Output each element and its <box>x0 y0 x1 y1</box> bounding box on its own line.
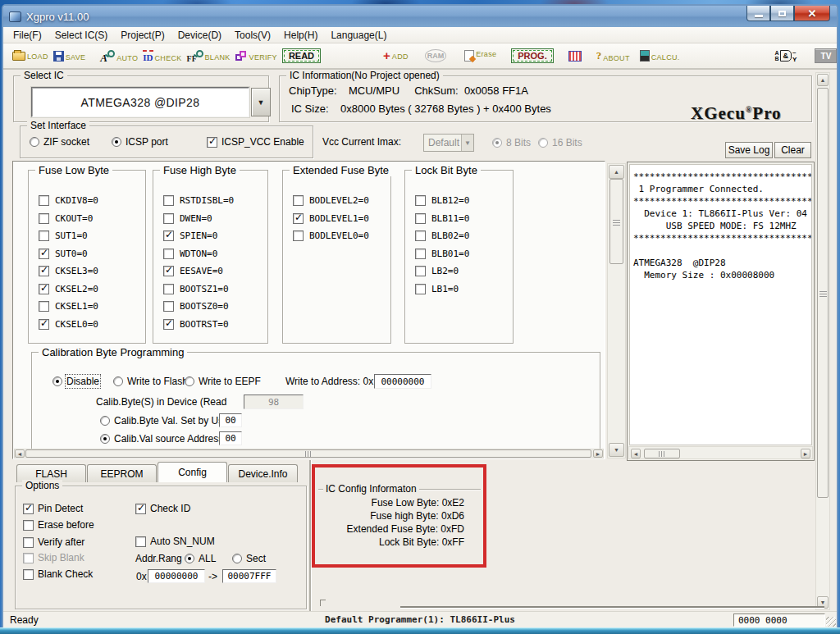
scroll-left-icon[interactable]: ◄ <box>631 449 641 458</box>
scroll-right-icon[interactable]: ► <box>801 449 810 458</box>
calculator-button[interactable]: CALCU. <box>637 48 682 63</box>
minimize-button[interactable] <box>746 6 770 21</box>
scrollbar-thumb[interactable] <box>609 179 623 264</box>
radio-icon <box>185 376 194 386</box>
close-button[interactable]: ✕ <box>794 6 830 21</box>
scroll-down-icon[interactable]: ▼ <box>609 443 624 457</box>
title-bar[interactable]: Xgpro v11.00 <box>3 6 837 27</box>
addr-range-sect-radio[interactable]: Sect <box>232 553 266 564</box>
load-button[interactable]: LOAD <box>10 50 51 62</box>
fuse-bit-checkbox[interactable]: SUT0=0 <box>39 249 98 259</box>
read-button[interactable]: READ <box>280 47 323 65</box>
fuse-bit-checkbox[interactable]: CKOUT=0 <box>39 213 98 224</box>
menu-item[interactable]: Help(H) <box>277 28 324 43</box>
auto-button[interactable]: AAUTO <box>98 48 140 64</box>
fuse-bit-checkbox[interactable]: SPIEN=0 <box>163 230 234 241</box>
calib-source-address-input[interactable]: 00 <box>219 431 242 445</box>
tab[interactable]: Config <box>158 462 227 482</box>
check-id-button[interactable]: IDCHECK <box>140 48 184 64</box>
about-button[interactable]: ?ABOUT <box>594 48 632 64</box>
lock-bit-checkbox[interactable]: LB2=0 <box>415 266 469 276</box>
lock-bit-checkbox[interactable]: BLB12=0 <box>415 195 469 206</box>
option-checkbox[interactable]: Erase before <box>23 519 94 531</box>
lock-bit-checkbox[interactable]: LB1=0 <box>415 284 469 294</box>
window-controls: ✕ <box>746 6 830 21</box>
scrollbar-thumb[interactable] <box>817 88 829 498</box>
ic-selector-combobox[interactable]: ATMEGA328 @DIP28 <box>31 87 249 117</box>
lock-bit-byte-group: Lock Bit Byte BLB12=0BLB11=0BLB02=0BLB01… <box>404 170 514 344</box>
menu-item[interactable]: Project(P) <box>114 28 171 43</box>
addr-range-all-radio[interactable]: ALL <box>185 553 216 564</box>
blank-check-button[interactable]: FFBLANK <box>185 48 233 63</box>
id-icon: ID <box>143 50 153 62</box>
write-to-flash-radio[interactable]: Write to Flash <box>113 376 188 387</box>
icsp-vcc-enable-checkbox[interactable]: ICSP_VCC Enable <box>207 136 304 148</box>
ic-selector-dropdown-button[interactable]: ▼ <box>251 88 271 116</box>
config-vertical-scrollbar[interactable]: ▲ ▼ <box>607 163 626 458</box>
option-checkbox[interactable]: Pin Detect <box>23 503 83 514</box>
erase-button[interactable]: Erase <box>462 48 499 63</box>
resize-grip[interactable] <box>826 617 836 627</box>
menu-item[interactable]: File(F) <box>7 28 48 43</box>
log-horizontal-scrollbar[interactable]: ◄ ► <box>628 446 813 459</box>
lock-bit-checkbox[interactable]: BLB11=0 <box>415 213 469 224</box>
fuse-bit-checkbox[interactable]: SUT1=0 <box>39 230 98 241</box>
write-address-input[interactable]: 00000000 <box>374 374 431 389</box>
calibration-disable-radio[interactable]: Disable <box>52 376 99 387</box>
fuse-bit-checkbox[interactable]: RSTDISBL=0 <box>163 195 234 206</box>
tab[interactable]: Device.Info <box>228 464 298 482</box>
check-id-checkbox[interactable]: Check ID <box>135 503 190 514</box>
fuse-bit-checkbox[interactable]: EESAVE=0 <box>163 266 234 276</box>
option-checkbox[interactable]: Blank Check <box>23 568 93 580</box>
menu-item[interactable]: Select IC(S) <box>48 28 115 43</box>
save-log-button[interactable]: Save Log <box>725 142 773 158</box>
tab[interactable]: EEPROM <box>87 464 157 482</box>
clear-log-button[interactable]: Clear <box>774 142 811 158</box>
calib-set-by-user-input[interactable]: 00 <box>219 413 242 427</box>
menu-item[interactable]: Device(D) <box>171 28 228 43</box>
scrollbar-thumb[interactable] <box>644 449 680 458</box>
chip-test-button[interactable] <box>566 49 584 63</box>
maximize-button[interactable] <box>770 6 794 21</box>
fuse-bit-checkbox[interactable]: BODLEVEL1=0 <box>293 213 369 224</box>
window-vertical-scrollbar[interactable]: ▲ ▼ <box>815 72 830 610</box>
option-checkbox[interactable]: Skip Blank <box>23 552 84 563</box>
addr-to-input[interactable]: 00007FFF <box>222 569 276 583</box>
prog-button[interactable]: PROG. <box>509 47 555 65</box>
fuse-bit-checkbox[interactable]: CKSEL2=0 <box>39 284 98 294</box>
scroll-right-icon[interactable]: ► <box>593 449 603 458</box>
fuse-bit-checkbox[interactable]: CKSEL3=0 <box>39 266 98 276</box>
menu-item[interactable]: Tools(V) <box>228 28 277 43</box>
add-button[interactable]: +ADD <box>381 49 411 62</box>
fuse-bit-checkbox[interactable]: BODLEVEL0=0 <box>293 230 369 241</box>
zif-socket-radio[interactable]: ZIF socket <box>30 136 89 148</box>
scrollbar-thumb[interactable] <box>25 449 591 458</box>
panel-horizontal-scrollbar[interactable]: ◄ ► <box>14 449 604 458</box>
calib-set-by-user-radio[interactable]: Calib.Byte Val. Set by Us <box>100 415 223 426</box>
calib-source-address-radio[interactable]: Calib.Val source Address <box>100 433 223 445</box>
fuse-bit-checkbox[interactable]: WDTON=0 <box>163 249 234 259</box>
scroll-up-icon[interactable]: ▲ <box>609 165 624 179</box>
fuse-bit-checkbox[interactable]: BOOTRST=0 <box>163 319 234 330</box>
menu-item[interactable]: Language(L) <box>324 28 393 43</box>
scroll-left-icon[interactable]: ◄ <box>15 449 25 458</box>
scroll-up-icon[interactable]: ▲ <box>817 74 829 86</box>
verify-button[interactable]: VERIFY <box>233 49 280 63</box>
save-button[interactable]: SAVE <box>51 49 89 63</box>
auto-sn-num-checkbox[interactable]: Auto SN_NUM <box>135 536 215 547</box>
option-checkbox[interactable]: Verify after <box>23 536 84 548</box>
fuse-bit-checkbox[interactable]: CKDIV8=0 <box>39 195 98 206</box>
icsp-port-radio[interactable]: ICSP port <box>112 136 168 148</box>
lock-bit-checkbox[interactable]: BLB01=0 <box>415 249 469 259</box>
lock-bit-checkbox[interactable]: BLB02=0 <box>415 230 469 241</box>
fuse-bit-checkbox[interactable]: BOOTSZ1=0 <box>163 284 234 294</box>
fuse-bit-checkbox[interactable]: BODLEVEL2=0 <box>293 195 369 206</box>
fuse-bit-checkbox[interactable]: BOOTSZ0=0 <box>163 301 234 312</box>
addr-from-input[interactable]: 00000000 <box>148 569 205 583</box>
extended-fuse-byte-group: Extended Fuse Byte BODLEVEL2=0BODLEVEL1=… <box>282 170 391 344</box>
logic-gate-button[interactable]: AB&–Y <box>773 47 800 65</box>
fuse-bit-checkbox[interactable]: DWEN=0 <box>163 213 234 224</box>
fuse-bit-checkbox[interactable]: CKSEL0=0 <box>39 319 98 330</box>
fuse-bit-checkbox[interactable]: CKSEL1=0 <box>39 301 98 312</box>
write-to-eeprom-radio[interactable]: Write to EEPF <box>185 376 261 387</box>
